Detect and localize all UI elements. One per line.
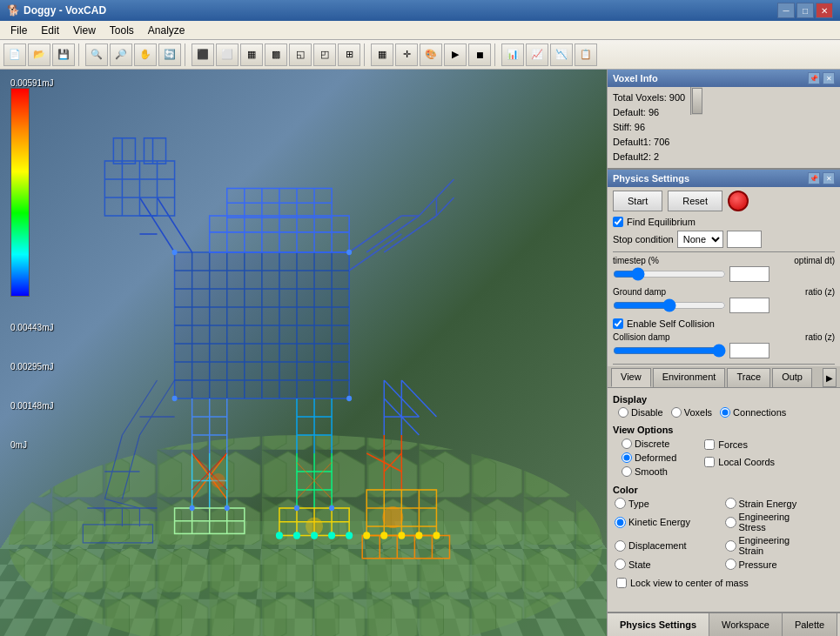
start-button[interactable]: Start: [613, 191, 662, 211]
menu-file[interactable]: File: [3, 23, 34, 38]
color-strain-energy-radio[interactable]: [725, 498, 736, 509]
stop-condition-select[interactable]: None: [677, 231, 723, 248]
right-panel: Voxel Info 📌 ✕ Total Voxels: 900 Default…: [607, 70, 840, 636]
menu-tools[interactable]: Tools: [103, 23, 141, 38]
color-eng-strain-radio[interactable]: [725, 540, 736, 552]
tabs-scroll-right[interactable]: ▶: [823, 368, 837, 387]
svg-point-135: [329, 505, 334, 511]
svg-point-142: [346, 532, 353, 539]
collision-damp-value[interactable]: 1: [729, 343, 769, 358]
viewport[interactable]: 0.00591mJ 0.00443mJ 0.00295mJ 0.00148mJ …: [0, 70, 607, 636]
timestep-value[interactable]: 0.184: [729, 266, 769, 282]
tb-save[interactable]: 💾: [52, 44, 75, 66]
color-displacement-radio[interactable]: [615, 540, 626, 552]
timestep-slider[interactable]: [613, 268, 726, 280]
voxel-info-close[interactable]: ✕: [823, 72, 835, 84]
svg-point-129: [382, 506, 403, 528]
svg-point-140: [328, 532, 335, 539]
tb-view7[interactable]: ⊞: [338, 44, 360, 66]
tb-extra4[interactable]: 📋: [575, 44, 597, 66]
svg-point-136: [190, 505, 195, 511]
ground-damp-row: Ground damp ratio (z) 000759: [608, 285, 840, 317]
tab-physics-settings[interactable]: Physics Settings: [608, 613, 709, 636]
voxel-scroll-thumb[interactable]: [692, 88, 702, 114]
voxel-info-pin[interactable]: 📌: [808, 72, 820, 84]
toolbar: 📄 📂 💾 🔍 🔎 ✋ 🔄 ⬛ ⬜ ▦ ▩ ◱ ◰ ⊞ ▦ ✛ 🎨 ▶ ⏹ 📊 …: [0, 40, 840, 70]
tb-view6[interactable]: ◰: [313, 44, 336, 66]
tb-rotate[interactable]: 🔄: [158, 44, 181, 66]
physics-pin[interactable]: 📌: [808, 172, 820, 184]
display-connections-radio[interactable]: [720, 407, 730, 418]
tb-zoom-in[interactable]: 🔍: [85, 44, 108, 66]
menu-view[interactable]: View: [66, 23, 103, 38]
tb-mat[interactable]: 🎨: [420, 44, 442, 66]
tb-extra1[interactable]: 📊: [501, 44, 524, 66]
tb-view1[interactable]: ⬛: [192, 44, 214, 66]
view-deformed-label: Deformed: [635, 452, 676, 463]
ground-damp-label2: ratio (z): [805, 287, 835, 297]
tb-extra3[interactable]: 📉: [550, 44, 573, 66]
tb-view3[interactable]: ▦: [240, 44, 263, 66]
color-type-label: Type: [628, 499, 649, 509]
tb-extra2[interactable]: 📈: [526, 44, 548, 66]
tb-open[interactable]: 📂: [28, 44, 50, 66]
lock-view-checkbox[interactable]: [616, 578, 627, 588]
close-button[interactable]: ✕: [816, 3, 833, 18]
display-disable-radio[interactable]: [618, 407, 628, 418]
tb-axes[interactable]: ✛: [395, 44, 418, 66]
menu-edit[interactable]: Edit: [34, 23, 66, 38]
tb-view2[interactable]: ⬜: [216, 44, 239, 66]
tb-zoom-out[interactable]: 🔎: [110, 44, 132, 66]
tab-workspace[interactable]: Workspace: [709, 613, 783, 636]
svg-rect-94: [113, 138, 135, 164]
color-pressure-radio[interactable]: [725, 559, 736, 570]
tb-view5[interactable]: ◱: [289, 44, 312, 66]
color-kinetic-label: Kinetic Energy: [628, 517, 690, 527]
tb-sim[interactable]: ▶: [444, 44, 467, 66]
tab-trace[interactable]: Trace: [727, 368, 770, 387]
self-collision-checkbox[interactable]: [613, 318, 623, 329]
color-legend: 0.00591mJ 0.00443mJ 0.00295mJ 0.00148mJ …: [10, 78, 53, 450]
svg-point-146: [363, 532, 370, 539]
color-type-radio[interactable]: [615, 498, 626, 509]
tb-grid[interactable]: ▦: [371, 44, 393, 66]
stop-condition-label: Stop condition: [613, 234, 674, 244]
display-voxels-radio[interactable]: [671, 407, 682, 418]
ground-damp-value[interactable]: 000759: [729, 298, 769, 313]
tb-view4[interactable]: ▩: [265, 44, 287, 66]
collision-damp-slider[interactable]: [613, 345, 726, 357]
reset-button[interactable]: Reset: [668, 191, 722, 211]
tb-sep1: [78, 44, 82, 66]
tab-output[interactable]: Outp: [772, 368, 812, 387]
tb-new[interactable]: 📄: [3, 44, 26, 66]
tb-pan[interactable]: ✋: [134, 44, 157, 66]
local-coords-checkbox[interactable]: [704, 457, 715, 467]
svg-point-145: [415, 532, 422, 539]
ground-damp-label: Ground damp: [613, 287, 666, 297]
timestep-label2: optimal dt): [794, 256, 835, 265]
menu-analyze[interactable]: Analyze: [141, 23, 192, 38]
color-eng-stress-radio[interactable]: [725, 517, 736, 528]
view-deformed-radio[interactable]: [622, 452, 632, 463]
physics-settings-panel: Physics Settings 📌 ✕ Start Reset Find Eq…: [608, 170, 840, 612]
stop-condition-value[interactable]: [727, 231, 762, 248]
self-collision-row: Enable Self Collision: [608, 317, 840, 331]
ground-damp-slider[interactable]: [613, 299, 726, 311]
color-state-radio[interactable]: [615, 559, 626, 570]
tab-view[interactable]: View: [611, 368, 651, 387]
record-button[interactable]: [728, 191, 749, 211]
tab-environment[interactable]: Environment: [653, 368, 726, 387]
find-equilibrium-checkbox[interactable]: [613, 217, 623, 227]
collision-damp-row: Collision damp ratio (z) 1: [608, 331, 840, 362]
forces-checkbox[interactable]: [704, 439, 715, 450]
tb-stop[interactable]: ⏹: [468, 44, 491, 66]
maximize-button[interactable]: □: [796, 3, 814, 18]
tab-palette[interactable]: Palette: [783, 613, 837, 636]
physics-close[interactable]: ✕: [823, 172, 835, 184]
minimize-button[interactable]: ─: [777, 3, 795, 18]
color-kinetic-radio[interactable]: [615, 517, 626, 528]
color-state-row: State: [615, 558, 723, 571]
view-discrete-radio[interactable]: [622, 439, 632, 449]
view-smooth-radio[interactable]: [622, 466, 632, 477]
color-eng-stress-label: EngineeringStress: [739, 512, 790, 532]
